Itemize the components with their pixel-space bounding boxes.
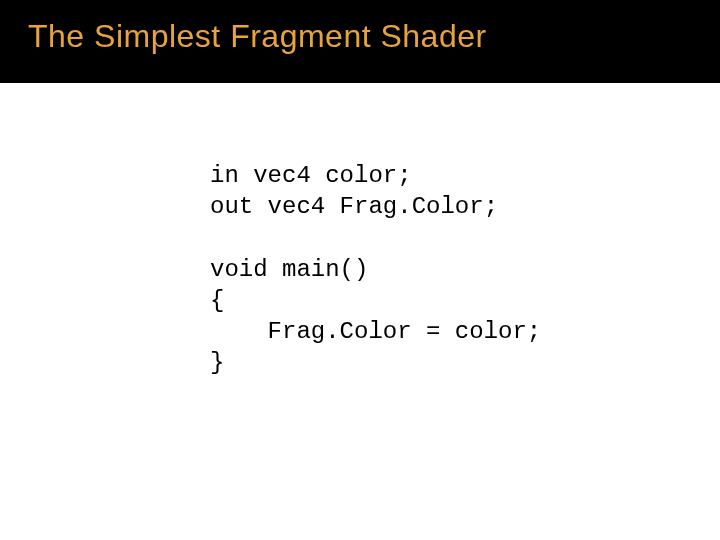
code-line-5: { <box>210 287 224 314</box>
code-line-4: void main() <box>210 256 368 283</box>
slide-title: The Simplest Fragment Shader <box>28 18 720 55</box>
code-line-1: in vec4 color; <box>210 162 412 189</box>
title-bar: The Simplest Fragment Shader <box>0 0 720 83</box>
code-line-6: Frag.Color = color; <box>210 318 541 345</box>
code-line-2: out vec4 Frag.Color; <box>210 193 498 220</box>
slide: The Simplest Fragment Shader in vec4 col… <box>0 0 720 540</box>
code-block: in vec4 color; out vec4 Frag.Color; void… <box>210 160 541 378</box>
code-line-7: } <box>210 349 224 376</box>
